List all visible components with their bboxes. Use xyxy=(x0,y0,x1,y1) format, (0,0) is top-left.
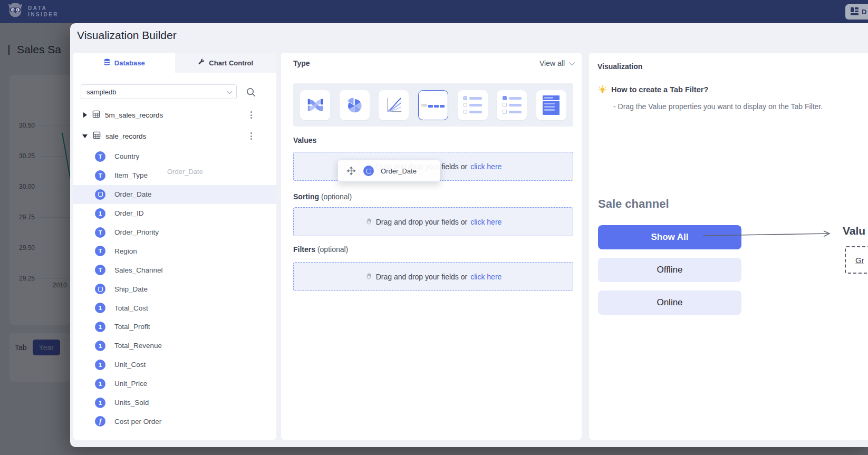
sorting-dropzone[interactable]: Drag and drop your fields or click here xyxy=(293,207,573,236)
top-navbar: DATAINSIDER D xyxy=(0,0,868,23)
drag-hand-icon xyxy=(365,218,373,226)
tab-chart-control[interactable]: Chart Control xyxy=(175,53,277,73)
dashboard-mode-button[interactable]: D xyxy=(845,4,868,20)
table-grid-icon xyxy=(93,131,101,141)
filter-option-offline[interactable]: Offline xyxy=(598,258,741,282)
move-icon xyxy=(346,166,356,176)
chart-config-panel: Type View all xyxy=(281,53,582,440)
field-item-order-id[interactable]: 1 Order_ID xyxy=(73,204,276,223)
left-panel-tabs: Database Chart Control xyxy=(73,53,276,73)
field-item-region[interactable]: T Region xyxy=(73,241,276,260)
number-field-icon: 1 xyxy=(95,303,105,313)
chart-type-pie[interactable] xyxy=(340,90,370,120)
field-item-order-priority[interactable]: T Order_Priority xyxy=(73,223,276,242)
field-item-ship-date[interactable]: Ship_Date xyxy=(73,279,276,298)
dropzone-click-here-link[interactable]: click here xyxy=(470,218,501,226)
modal-title: Visualization Builder xyxy=(77,29,177,42)
tip-body: - Drag the Value properties you want to … xyxy=(613,102,823,111)
dropzone-placeholder: Drag and drop your fields or xyxy=(376,218,468,226)
number-field-icon: 1 xyxy=(95,360,105,370)
field-item-cost-per-order[interactable]: ƒ Cost per Order xyxy=(73,412,276,431)
table-grid-icon xyxy=(92,110,100,120)
chart-type-tab-filter[interactable]: Tab xyxy=(418,90,448,120)
database-select-value: sampledb xyxy=(86,88,116,96)
sorting-section-label: Sorting (optional) xyxy=(293,192,352,201)
table-name: sale_records xyxy=(105,132,146,140)
annotation-group-link[interactable]: Gr xyxy=(855,256,864,265)
number-field-icon: 1 xyxy=(95,379,105,389)
database-panel: Database Chart Control sampledb xyxy=(73,53,276,440)
number-field-icon: 1 xyxy=(95,322,105,332)
field-item-units-sold[interactable]: 1 Units_Sold xyxy=(73,393,276,412)
values-section-label: Values xyxy=(293,136,316,144)
drag-source-ghost: Order_Date xyxy=(167,168,203,176)
caret-collapsed-icon[interactable] xyxy=(83,112,87,118)
search-icon xyxy=(246,87,256,97)
search-button[interactable] xyxy=(246,87,256,97)
dragging-field-label: Order_Date xyxy=(381,167,417,175)
table-name: 5m_sales_records xyxy=(105,111,163,119)
type-section-label: Type xyxy=(293,59,310,67)
field-item-total-cost[interactable]: 1 Total_Cost xyxy=(73,298,276,317)
date-field-icon xyxy=(95,284,105,294)
tab-database[interactable]: Database xyxy=(73,53,175,73)
pie-chart-icon xyxy=(344,95,364,115)
table-row-sale-records[interactable]: sale_records xyxy=(73,129,276,143)
field-item-total-profit[interactable]: 1 Total_Profit xyxy=(73,317,276,336)
field-item-order-date[interactable]: Order_Date xyxy=(73,185,276,204)
chevron-down-icon xyxy=(227,88,233,94)
caret-expanded-icon[interactable] xyxy=(82,134,88,138)
number-field-icon: 1 xyxy=(95,341,105,351)
chart-type-line[interactable] xyxy=(379,90,409,120)
dropzone-click-here-link[interactable]: click here xyxy=(470,162,501,171)
view-all-dropdown[interactable]: View all xyxy=(539,59,573,67)
chart-type-sankey[interactable] xyxy=(300,90,330,120)
filters-dropzone[interactable]: Drag and drop your fields or click here xyxy=(293,262,573,291)
tab-filter-preview: Show AllOfflineOnline xyxy=(598,225,741,323)
tools-icon xyxy=(198,59,205,67)
table-row-5m-sales-records[interactable]: 5m_sales_records xyxy=(73,108,276,122)
chart-type-checkbox-list[interactable] xyxy=(497,90,527,120)
filter-option-online[interactable]: Online xyxy=(598,291,741,315)
filters-section-label: Filters (optional) xyxy=(293,245,348,254)
table-menu-kebab-icon[interactable] xyxy=(247,110,255,120)
chevron-down-icon xyxy=(569,60,575,65)
database-icon xyxy=(103,59,111,67)
field-item-sales-channel[interactable]: T Sales_Channel xyxy=(73,260,276,279)
dragging-field-chip[interactable]: Order_Date xyxy=(337,160,440,182)
date-field-icon xyxy=(363,166,374,176)
chart-type-strip: Tab xyxy=(293,83,573,127)
checkbox-list-icon xyxy=(503,96,522,114)
view-all-label: View all xyxy=(539,59,565,67)
table-chart-icon xyxy=(543,95,560,115)
database-select[interactable]: sampledb xyxy=(81,84,237,99)
field-list: T Country T Item_Type Order_Date 1 Order… xyxy=(73,147,276,431)
drag-hand-icon xyxy=(365,273,373,280)
brand-logo[interactable]: DATAINSIDER xyxy=(7,3,59,20)
text-field-icon: T xyxy=(95,170,105,181)
annotation-arrow xyxy=(686,230,844,239)
dropzone-click-here-link[interactable]: click here xyxy=(470,273,501,281)
layout-grid-icon xyxy=(851,7,859,17)
number-field-icon: 1 xyxy=(95,208,105,219)
owl-logo-icon xyxy=(7,3,23,20)
function-field-icon: ƒ xyxy=(95,416,105,427)
field-item-country[interactable]: T Country xyxy=(73,147,276,166)
number-field-icon: 1 xyxy=(95,398,105,408)
chart-type-table[interactable] xyxy=(536,90,566,120)
visualization-panel: Visualization How to create a Tab Filter… xyxy=(589,53,868,440)
field-item-unit-price[interactable]: 1 Unit_Price xyxy=(73,374,276,393)
visualization-builder-modal: Visualization Builder Database xyxy=(70,23,868,447)
radio-list-icon xyxy=(463,96,482,114)
visualization-label: Visualization xyxy=(597,62,642,71)
annotation-value-label: Valu xyxy=(843,225,865,237)
table-menu-kebab-icon[interactable] xyxy=(247,131,255,141)
field-item-unit-cost[interactable]: 1 Unit_Cost xyxy=(73,355,276,374)
tab-chart-control-label: Chart Control xyxy=(209,59,253,67)
annotation-group-box: Gr xyxy=(845,246,868,274)
preview-title: Sale channel xyxy=(598,197,669,211)
field-item-total-revenue[interactable]: 1 Total_Revenue xyxy=(73,336,276,355)
chart-type-radio-list[interactable] xyxy=(458,90,488,120)
text-field-icon: T xyxy=(95,246,105,256)
sankey-icon xyxy=(305,95,325,115)
